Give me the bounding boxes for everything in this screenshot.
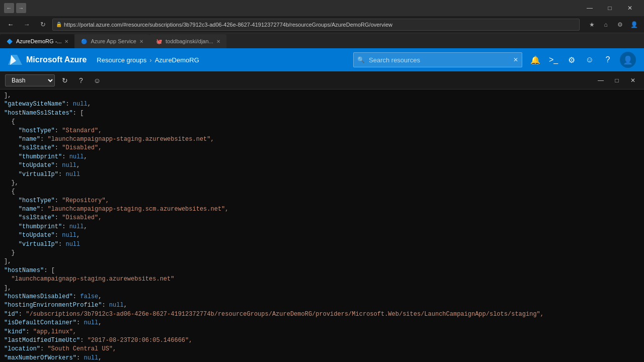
terminal-output[interactable]: ],"gatewaySiteName": null,"hostNameSslSt… [0,89,644,362]
close-button[interactable]: ✕ [620,0,640,16]
azure-logo-text: Microsoft Azure [26,55,87,64]
terminal-line: "name": "launchcampaignapp-staging.azure… [4,135,640,144]
terminal-line: "location": "South Central US", [4,345,640,353]
minimize-button[interactable]: — [580,0,600,16]
terminal-line: "toUpdate": null, [4,161,640,170]
search-input[interactable] [353,52,522,67]
terminal-line: "hostNames": [ [4,266,640,275]
search-clear-button[interactable]: ✕ [513,56,518,63]
terminal-line: "id": "/subscriptions/3b7912c3-ad06-426e… [4,310,640,319]
user-avatar-button[interactable]: 👤 [620,52,636,68]
terminal-line: ], [4,92,640,100]
terminal-line: { [4,188,640,196]
shell-bar: Bash PowerShell ↻ ? ☺ — □ ✕ [0,71,644,89]
terminal-line: "hostingEnvironmentProfile": null, [4,301,640,310]
browser-tabs: 🔷 AzureDemoRG -... ✕ 🔵 Azure App Service… [0,33,644,48]
terminal-line: { [4,118,640,126]
search-wrapper: 🔍 ✕ [353,52,522,67]
tab-label-azure-app: Azure App Service [91,38,136,44]
window-controls: — □ ✕ [580,0,640,16]
terminal-line: "isDefaultContainer": null, [4,319,640,327]
tab-favicon-azure-app: 🔵 [80,38,88,45]
terminal-line: "maxNumberOfWorkers": null, [4,354,640,362]
terminal-line: "thumbprint": null, [4,223,640,231]
settings-icon[interactable]: ⚙ [614,19,626,31]
shell-minimize-button[interactable]: — [595,74,607,86]
terminal-line: "hostNamesDisabled": false, [4,293,640,301]
terminal-line: "name": "launchcampaignapp-staging.scm.a… [4,205,640,214]
tab-favicon-azure-demo: 🔷 [6,38,13,45]
breadcrumb-current: AzureDemoRG [155,56,199,64]
back-nav-button[interactable]: ← [4,18,17,31]
browser-titlebar: ← → — □ ✕ [0,0,644,16]
terminal-line: "toUpdate": null, [4,231,640,240]
forward-nav-button[interactable]: → [20,18,33,31]
tab-todd[interactable]: 🐙 toddbaginski/djan... ✕ [149,34,226,48]
terminal-line: "virtualIp": null [4,170,640,179]
favorites-icon[interactable]: ★ [586,19,598,31]
tab-label-azure-demo: AzureDemoRG -... [16,38,61,44]
terminal-line: "gatewaySiteName": null, [4,100,640,109]
tab-azure-demo[interactable]: 🔷 AzureDemoRG -... ✕ [0,34,74,48]
azure-logo-icon [8,55,22,65]
shell-maximize-button[interactable]: □ [611,74,623,86]
tab-favicon-todd: 🐙 [155,38,163,45]
terminal-line: "hostType": "Standard", [4,127,640,135]
terminal-line: "sslState": "Disabled", [4,144,640,152]
back-button[interactable]: ← [4,3,14,13]
cloud-shell-button[interactable]: >_ [545,52,561,68]
address-text: https://portal.azure.com/#resource/subsc… [64,22,576,28]
address-bar-row: ← → ↻ 🔒 https://portal.azure.com/#resour… [0,16,644,33]
terminal-line: } [4,249,640,257]
terminal-container: ],"gatewaySiteName": null,"hostNameSslSt… [0,89,644,362]
notifications-button[interactable]: 🔔 [527,52,543,68]
feedback-button[interactable]: ☺ [582,52,598,68]
tab-close-azure-demo[interactable]: ✕ [64,39,68,44]
terminal-line: ], [4,284,640,293]
terminal-line: "launchcampaignapp-staging.azurewebsites… [4,275,640,284]
topbar-actions: 🔔 >_ ⚙ ☺ ? 👤 [527,52,636,68]
terminal-line: ], [4,257,640,266]
maximize-button[interactable]: □ [600,0,620,16]
terminal-line: }, [4,179,640,188]
terminal-line: "hostNameSslStates": [ [4,109,640,118]
terminal-line: "sslState": "Disabled", [4,214,640,222]
terminal-line: "thumbprint": null, [4,153,640,161]
terminal-line: "kind": "app,linux", [4,328,640,336]
breadcrumb-separator: › [149,56,151,64]
shell-refresh-button[interactable]: ↻ [59,74,71,86]
user-icon[interactable]: 👤 [628,19,640,31]
tab-close-todd[interactable]: ✕ [216,39,220,44]
breadcrumb: Resource groups › AzureDemoRG [97,56,199,64]
shell-close-button[interactable]: ✕ [627,74,639,86]
azure-topbar: Microsoft Azure Resource groups › AzureD… [0,48,644,71]
home-icon[interactable]: ⌂ [600,19,612,31]
shell-emoji-button[interactable]: ☺ [91,74,103,86]
azure-logo: Microsoft Azure [8,55,87,65]
settings-portal-button[interactable]: ⚙ [564,52,580,68]
refresh-nav-button[interactable]: ↻ [36,18,49,31]
browser-toolbar-icons: ★ ⌂ ⚙ 👤 [586,19,640,31]
breadcrumb-resource-groups[interactable]: Resource groups [97,56,146,64]
tab-close-azure-app[interactable]: ✕ [139,39,143,44]
terminal-line: "lastModifiedTimeUtc": "2017-08-23T20:06… [4,336,640,345]
shell-type-selector[interactable]: Bash PowerShell [5,74,55,86]
shell-help-button[interactable]: ? [75,74,87,86]
browser-controls: ← → [4,3,26,13]
terminal-line: "hostType": "Repository", [4,197,640,205]
tab-label-todd: toddbaginski/djan... [166,38,213,44]
lock-icon: 🔒 [56,22,62,27]
address-bar[interactable]: 🔒 https://portal.azure.com/#resource/sub… [52,19,580,31]
tab-azure-app[interactable]: 🔵 Azure App Service ✕ [74,34,149,48]
help-button[interactable]: ? [600,52,616,68]
forward-button[interactable]: → [16,3,26,13]
terminal-line: "virtualIp": null [4,240,640,249]
